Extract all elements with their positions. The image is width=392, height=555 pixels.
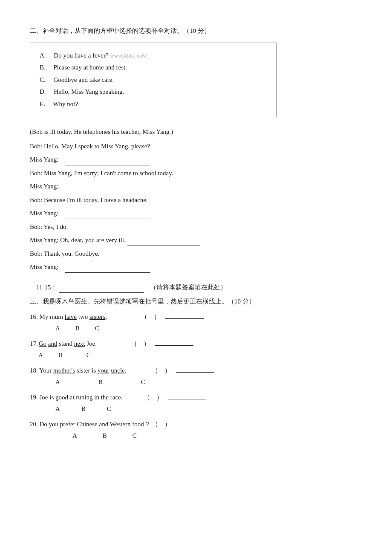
q16-B: B xyxy=(75,323,80,334)
q16-C: C xyxy=(95,323,99,334)
answer-label: 11-15： xyxy=(30,284,57,291)
question-20: 20. Do you prefer Chinese and Western fo… xyxy=(30,419,362,442)
q19-A: A xyxy=(55,404,60,415)
q18-mothers: mother's xyxy=(53,365,75,376)
q20-food: food xyxy=(132,419,144,430)
question-19: 19. Joe is good at runing in the race. （… xyxy=(30,392,362,415)
option-A-label: A. xyxy=(40,52,52,59)
q17-C: C xyxy=(86,350,91,361)
option-E: E. Why not? xyxy=(40,99,267,110)
q20-question: ？ xyxy=(144,419,152,430)
q16-have: have xyxy=(65,312,77,323)
answer-area: 11-15： （请将本题答案填在此处） xyxy=(30,282,362,293)
section3-title: 三、我是啄木鸟医生。先将错误选项写在括号里，然后更正在横线上。（10 分） xyxy=(30,296,362,307)
option-B-label: B. xyxy=(40,64,52,71)
option-A: A. Do you have a fever? www.Xkb1.coM xyxy=(40,50,267,61)
dialog-missyang-13: Miss Yang: xyxy=(30,208,362,219)
option-D: D. Hello, Miss Yang speaking. xyxy=(40,87,267,98)
q16-correction[interactable] xyxy=(165,318,204,319)
q19-correction[interactable] xyxy=(168,399,206,399)
dialog-missyang-15: Miss Yang: xyxy=(30,262,362,273)
q17-text2: stand xyxy=(58,338,74,350)
dialog-bob-1: Bob: Hello, May I speak to Miss Yang, pl… xyxy=(30,141,362,152)
q17-B: B xyxy=(58,350,63,361)
dialog-bob-4: Bob: Yes, I do. xyxy=(30,222,362,233)
q20-and: and xyxy=(99,419,108,430)
q17-go: Go xyxy=(39,338,46,350)
option-B: B. Please stay at home and rest. xyxy=(40,62,267,73)
option-A-text: Do you have a fever? xyxy=(54,52,108,59)
q17-num: 17. xyxy=(30,338,38,350)
q17-A: A xyxy=(38,350,43,361)
q18-period: . xyxy=(125,365,127,376)
q17-correction[interactable] xyxy=(155,345,193,346)
q16-paren: （ ） xyxy=(141,312,160,323)
q16-sisters: sisters xyxy=(89,312,106,323)
blank-12[interactable] xyxy=(65,192,133,192)
q20-text2: Western xyxy=(108,419,132,430)
q19-C: C xyxy=(107,404,111,415)
question-18: 18. Your mother's sister is your uncle .… xyxy=(30,365,362,388)
q18-num: 18. Your xyxy=(30,365,53,376)
blank-14[interactable] xyxy=(127,246,200,246)
blank-15[interactable] xyxy=(65,272,150,273)
answer-input-line[interactable] xyxy=(59,292,144,293)
option-E-label: E. xyxy=(40,101,52,107)
dialog-bob-2: Bob: Miss Yang, I'm sorry; I can't come … xyxy=(30,168,362,179)
q18-text1: sister is xyxy=(75,365,98,376)
q19-runing: runing xyxy=(76,392,92,403)
q20-A: A xyxy=(72,431,77,442)
q19-abc: A B C xyxy=(55,404,362,415)
q18-C: C xyxy=(141,377,145,388)
q20-prefer: prefer xyxy=(60,419,75,430)
q18-correction[interactable] xyxy=(176,372,214,373)
q20-num: 20. Do you xyxy=(30,419,60,430)
question-16: 16. My mum have two sisters . （ ） A B C xyxy=(30,312,362,334)
section3: 三、我是啄木鸟医生。先将错误选项写在括号里，然后更正在横线上。（10 分） 16… xyxy=(30,296,362,442)
dialog-missyang-12: Miss Yang: xyxy=(30,181,362,192)
option-C: C. Goodbye and take care. xyxy=(40,75,267,86)
q18-B: B xyxy=(98,377,103,388)
option-D-label: D. xyxy=(40,88,52,95)
q18-A: A xyxy=(55,377,60,388)
q19-paren: （ ） xyxy=(144,392,163,403)
q17-text3: Joe. xyxy=(85,338,97,350)
options-box: A. Do you have a fever? www.Xkb1.coM B. … xyxy=(30,43,277,118)
q18-uncle: uncle xyxy=(111,365,124,376)
section2-title: 二、补全对话，从下面的方框中选择的选项补全对话。（10 分） xyxy=(30,26,362,37)
q19-at: at xyxy=(70,392,75,403)
q20-abc: A B C xyxy=(72,431,362,442)
option-C-label: C. xyxy=(40,76,52,83)
question-17: 17. Go and stand next Joe. （ ） A B C xyxy=(30,338,362,361)
q19-num: 19. Joe xyxy=(30,392,49,403)
q16-text1: two xyxy=(77,312,89,323)
q18-your: your xyxy=(98,365,110,376)
option-B-text: Please stay at home and rest. xyxy=(54,64,127,71)
q16-A: A xyxy=(55,323,60,334)
q20-correction[interactable] xyxy=(176,426,214,426)
blank-13[interactable] xyxy=(65,219,150,219)
q19-text3: in the race. xyxy=(93,392,123,403)
dialog-missyang-14: Miss Yang: Oh, dear, you are very ill. xyxy=(30,235,362,246)
q20-text1: Chinese xyxy=(75,419,99,430)
q19-text1: good xyxy=(54,392,70,403)
watermark: www.Xkb1.coM xyxy=(110,52,147,59)
q18-paren: （ ） xyxy=(152,365,171,376)
option-D-text: Hello, Miss Yang speaking. xyxy=(54,88,124,95)
dialog-bob-5: Bob: Thank you. Goodbye. xyxy=(30,249,362,260)
q20-C: C xyxy=(133,431,137,442)
q17-next: next xyxy=(74,338,85,350)
q18-abc: A B C xyxy=(55,377,362,388)
q20-paren: （ ） xyxy=(152,419,171,430)
dialog-intro: (Bob is ill today. He telephones his tea… xyxy=(30,127,362,138)
q17-and: and xyxy=(48,338,58,350)
answer-hint: （请将本题答案填在此处） xyxy=(150,284,227,291)
q19-is: is xyxy=(49,392,54,403)
q16-abc: A B C xyxy=(55,323,362,334)
dialog-missyang-11: Miss Yang: xyxy=(30,154,362,165)
section2: 二、补全对话，从下面的方框中选择的选项补全对话。（10 分） A. Do you… xyxy=(30,26,362,293)
q16-num: 16. My mum xyxy=(30,312,65,323)
option-E-text: Why not? xyxy=(53,101,78,107)
blank-11[interactable] xyxy=(65,165,150,165)
q17-paren: （ ） xyxy=(131,338,150,350)
